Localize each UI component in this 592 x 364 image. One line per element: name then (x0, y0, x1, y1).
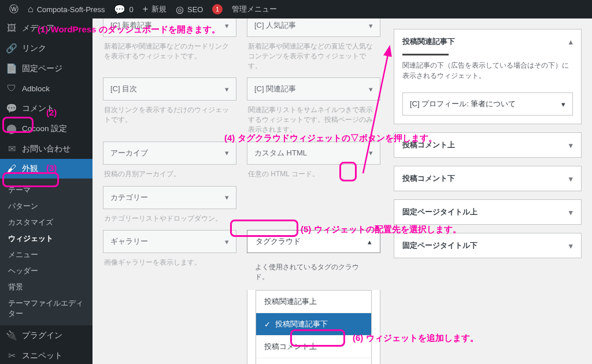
menu-rest-0[interactable]: 🔌プラグイン (0, 325, 92, 346)
submenu-item-1[interactable]: パターン (0, 198, 92, 214)
new-content[interactable]: +新規 (138, 0, 171, 18)
comments-link[interactable]: 💬0 (109, 0, 138, 18)
placement-option[interactable]: 投稿コメント上 (256, 336, 371, 358)
widget-popular-posts[interactable]: [C] 人気記事▾ (247, 18, 380, 37)
wp-logo[interactable]: ⓦ (5, 0, 23, 18)
placement-option[interactable]: 投稿関連記事上 (256, 291, 371, 313)
widget-tag-cloud-header[interactable]: タグクラウド ▴ (247, 230, 380, 253)
menu-label: 固定ページ (22, 64, 62, 74)
menu-rest-1[interactable]: ✂スニペット (0, 346, 92, 364)
menu-item-0[interactable]: 🖼メディア (0, 18, 92, 38)
submenu-item-6[interactable]: 背景 (0, 279, 92, 295)
menu-label: コメント (22, 103, 54, 114)
chevron-up-icon: ▴ (368, 237, 372, 246)
menu-icon: 🛡 (6, 83, 17, 94)
chevron-down-icon: ▾ (569, 174, 573, 183)
slot-profile[interactable]: [C] プロフィール: 筆者について ▾ (402, 92, 573, 116)
menu-icon: ✂ (6, 350, 17, 361)
widget-new-posts[interactable]: [C] 新着記事▾ (103, 18, 236, 37)
submenu-item-4[interactable]: メニュー (0, 247, 92, 263)
chevron-down-icon: ▾ (225, 193, 229, 202)
admin-bar: ⓦ ⌂Compota-Soft-Press 💬0 +新規 ◎SEO 1 管理メニ… (0, 0, 592, 18)
widget-archive-desc: 投稿の月別アーカイブ。 (103, 167, 236, 186)
area-related-below-header[interactable]: 投稿関連記事下 ▴ (394, 29, 581, 54)
widget-tag-cloud-title: タグクラウド (256, 236, 301, 247)
widget-related[interactable]: [C] 関連記事▾ (247, 77, 380, 101)
placement-option[interactable]: 投稿コメント下 (256, 358, 371, 364)
brush-icon: 🖌 (6, 164, 17, 174)
chevron-down-icon: ▾ (369, 85, 373, 94)
menu-icon: 🖼 (6, 23, 17, 34)
widget-gallery-desc: 画像ギャラリーを表示します。 (103, 255, 236, 274)
widget-related-desc: 関連記事リストをサムネイルつきで表示するウィジェットです。投稿ページのみ表示され… (247, 103, 380, 141)
menu-icon: ✉ (6, 143, 17, 154)
widget-new-posts-desc: 新着記事や関連記事などのカードリンクを表示するウィジェットです。 (103, 39, 236, 68)
chevron-down-icon: ▾ (561, 100, 565, 109)
widget-tag-cloud-desc: よく使用されているタグのクラウド。 (247, 258, 380, 287)
widget-custom-html[interactable]: カスタム HTML▾ (247, 142, 380, 165)
wordpress-icon: ⓦ (9, 3, 18, 16)
menu-item-5[interactable]: ⬤Cocoon 設定 (0, 118, 92, 139)
admin-menu-label: 管理メニュー (232, 4, 277, 14)
menu-label: リンク (22, 43, 46, 54)
site-link[interactable]: ⌂Compota-Soft-Press (23, 0, 109, 18)
area-page-title-below[interactable]: 固定ページタイトル下▾ (394, 233, 581, 258)
submenu-item-3[interactable]: ウィジェット (0, 231, 92, 247)
chevron-down-icon: ▾ (225, 21, 229, 30)
area-comment-below[interactable]: 投稿コメント下▾ (394, 166, 581, 191)
seo-badge: 1 (212, 4, 223, 14)
placement-option[interactable]: 投稿関連記事下 (256, 313, 371, 336)
widget-archive[interactable]: アーカイブ▾ (103, 142, 236, 165)
plus-icon: + (143, 4, 148, 14)
chevron-down-icon: ▾ (225, 237, 229, 246)
menu-item-3[interactable]: 🛡Adblock (0, 79, 92, 98)
submenu-item-2[interactable]: カスタマイズ (0, 214, 92, 231)
area-comment-above[interactable]: 投稿コメント上▾ (394, 133, 581, 157)
menu-item-6[interactable]: ✉お問い合わせ (0, 139, 92, 159)
menu-item-4[interactable]: 💬コメント (0, 98, 92, 118)
menu-appearance-label: 外観 (22, 164, 38, 174)
chevron-up-icon: ▴ (569, 38, 573, 46)
widget-categories-desc: カテゴリーリストやドロップダウン。 (103, 211, 236, 231)
site-name: Compota-Soft-Press (37, 5, 105, 14)
chevron-down-icon: ▾ (225, 148, 229, 157)
seo-menu[interactable]: ◎SEO 1 (171, 0, 227, 18)
submenu-item-0[interactable]: テーマ (0, 182, 92, 198)
menu-label: Cocoon 設定 (22, 124, 67, 134)
chevron-down-icon: ▾ (569, 242, 573, 250)
widget-tag-cloud-chooser: 投稿関連記事上投稿関連記事下投稿コメント上投稿コメント下固定ページタイトル上固定… (247, 290, 380, 364)
area-related-below: 投稿関連記事下 ▴ 関連記事の下（広告を表示している場合はその下）に表示されるウ… (394, 29, 582, 124)
menu-item-2[interactable]: 📄固定ページ (0, 58, 92, 79)
area-page-title-above[interactable]: 固定ページタイトル上▾ (394, 200, 581, 224)
widget-gallery[interactable]: ギャラリー▾ (103, 230, 236, 253)
submenu-item-5[interactable]: ヘッダー (0, 263, 92, 279)
admin-menu-link[interactable]: 管理メニュー (227, 0, 282, 18)
seo-label: SEO (187, 5, 203, 14)
chevron-down-icon: ▾ (369, 148, 373, 157)
sidebar-areas: 投稿関連記事下 ▴ 関連記事の下（広告を表示している場合はその下）に表示されるウ… (394, 29, 582, 266)
chevron-down-icon: ▾ (225, 85, 229, 94)
widget-categories[interactable]: カテゴリー▾ (103, 186, 236, 209)
widget-toc-desc: 目次リンクを表示するだけのウィジェットです。 (103, 103, 236, 132)
area-related-below-desc: 関連記事の下（広告を表示している場合はその下）に表示されるウィジェット。 (402, 61, 569, 80)
menu-label: お問い合わせ (22, 144, 71, 154)
new-label: 新規 (151, 4, 166, 14)
widget-popular-posts-desc: 新着記事や関連記事などの直近で人気なコンテンツを表示するウィジェットです。 (247, 39, 380, 77)
appearance-submenu: テーマパターンカスタマイズウィジェットメニューヘッダー背景テーマファイルエディタ… (0, 179, 92, 325)
admin-sidebar: 🖼メディア🔗リンク📄固定ページ🛡Adblock💬コメント⬤Cocoon 設定✉お… (0, 18, 92, 364)
comment-count: 0 (129, 5, 133, 14)
available-widgets: [C] 新着記事▾ 新着記事や関連記事などのカードリンクを表示するウィジェットで… (103, 18, 380, 364)
seo-icon: ◎ (176, 4, 184, 15)
widget-toc[interactable]: [C] 目次▾ (103, 77, 236, 101)
menu-appearance[interactable]: 🖌 外観 (0, 159, 92, 179)
chevron-down-icon: ▾ (569, 208, 573, 217)
widgets-screen: [C] 新着記事▾ 新着記事や関連記事などのカードリンクを表示するウィジェットで… (92, 18, 592, 364)
submenu-item-7[interactable]: テーマファイルエディター (0, 295, 92, 322)
menu-label: メディア (22, 23, 54, 34)
home-icon: ⌂ (28, 4, 34, 14)
placement-list[interactable]: 投稿関連記事上投稿関連記事下投稿コメント上投稿コメント下固定ページタイトル上固定… (256, 290, 372, 364)
menu-icon: 🔌 (6, 330, 17, 341)
menu-icon: 🔗 (6, 43, 17, 54)
widget-custom-html-desc: 任意の HTML コード。 (247, 167, 380, 186)
menu-item-1[interactable]: 🔗リンク (0, 38, 92, 58)
